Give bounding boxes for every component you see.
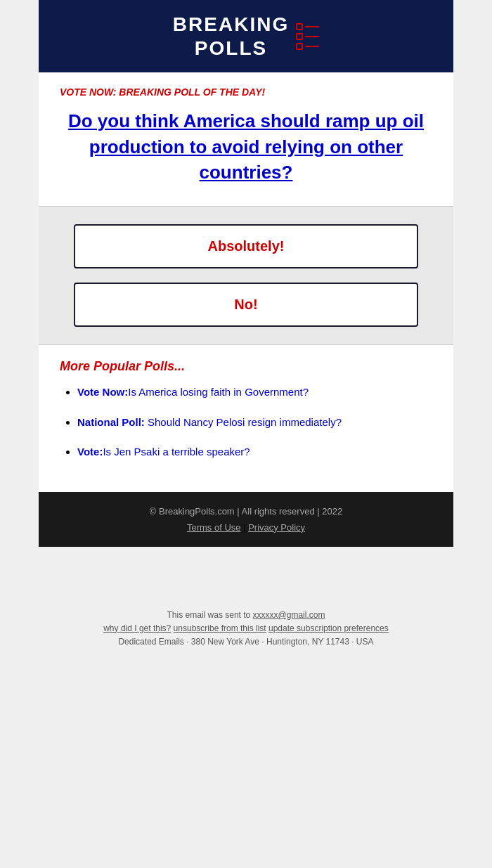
polls-list: Vote Now:Is America losing faith in Gove… bbox=[60, 384, 432, 460]
icon-row-2 bbox=[296, 33, 319, 40]
option2-button[interactable]: No! bbox=[74, 283, 418, 327]
logo-text-line2: POLLS bbox=[173, 37, 289, 60]
poll-link-2-bold[interactable]: National Poll: bbox=[77, 416, 145, 428]
terms-link[interactable]: Terms of Use bbox=[187, 522, 241, 533]
icon-row-1 bbox=[296, 23, 319, 30]
outer-wrapper: BREAKING POLLS bbox=[0, 0, 492, 671]
privacy-link[interactable]: Privacy Policy bbox=[248, 522, 305, 533]
poll-link-3-normal[interactable]: Is Jen Psaki a terrible speaker? bbox=[103, 446, 250, 458]
logo: BREAKING POLLS bbox=[173, 13, 319, 60]
email-container: BREAKING POLLS bbox=[39, 0, 453, 547]
list-item: National Poll: Should Nancy Pelosi resig… bbox=[77, 415, 432, 431]
icon-row-3 bbox=[296, 43, 319, 50]
meta-links-line: why did I get this? unsubscribe from thi… bbox=[14, 623, 478, 633]
sent-to-line: This email was sent to xxxxxx@gmail.com bbox=[14, 610, 478, 620]
footer: © BreakingPolls.com | All rights reserve… bbox=[39, 492, 453, 547]
footer-copyright: © BreakingPolls.com | All rights reserve… bbox=[53, 506, 439, 517]
why-link[interactable]: why did I get this? bbox=[103, 623, 171, 633]
icon-line bbox=[305, 46, 319, 47]
icon-line bbox=[305, 36, 319, 37]
list-item: Vote:Is Jen Psaki a terrible speaker? bbox=[77, 444, 432, 460]
icon-box bbox=[296, 33, 303, 40]
icon-box bbox=[296, 43, 303, 50]
more-polls-section: More Popular Polls... Vote Now:Is Americ… bbox=[39, 344, 453, 492]
footer-spacer bbox=[0, 547, 492, 596]
logo-text: BREAKING POLLS bbox=[173, 13, 289, 60]
icon-line bbox=[305, 26, 319, 27]
unsubscribe-link[interactable]: unsubscribe from this list bbox=[174, 623, 266, 633]
poll-link-2-normal[interactable]: Should Nancy Pelosi resign immediately? bbox=[145, 416, 342, 428]
more-polls-title: More Popular Polls... bbox=[60, 359, 432, 374]
poll-link-1-bold[interactable]: Vote Now: bbox=[77, 386, 128, 398]
logo-icon bbox=[296, 23, 319, 50]
footer-links: Terms of Use | Privacy Policy bbox=[53, 522, 439, 533]
update-prefs-link[interactable]: update subscription preferences bbox=[268, 623, 389, 633]
vote-now-section: VOTE NOW: BREAKING POLL OF THE DAY! Do y… bbox=[39, 72, 453, 206]
poll-link-1-normal[interactable]: Is America losing faith in Government? bbox=[128, 386, 309, 398]
logo-text-line1: BREAKING bbox=[173, 13, 289, 37]
poll-question: Do you think America should ramp up oil … bbox=[60, 108, 432, 199]
sent-to-prefix: This email was sent to bbox=[167, 610, 253, 620]
header: BREAKING POLLS bbox=[39, 0, 453, 72]
vote-label: VOTE NOW: BREAKING POLL OF THE DAY! bbox=[60, 86, 432, 98]
email-link[interactable]: xxxxxx@gmail.com bbox=[253, 610, 325, 620]
vote-label-highlight: BREAKING POLL OF THE DAY! bbox=[119, 86, 265, 98]
email-meta-footer: This email was sent to xxxxxx@gmail.com … bbox=[0, 596, 492, 671]
address-line: Dedicated Emails · 380 New York Ave · Hu… bbox=[14, 637, 478, 647]
buttons-section: Absolutely! No! bbox=[39, 206, 453, 344]
poll-link-3-bold[interactable]: Vote: bbox=[77, 446, 103, 458]
icon-box bbox=[296, 23, 303, 30]
option1-button[interactable]: Absolutely! bbox=[74, 224, 418, 268]
list-item: Vote Now:Is America losing faith in Gove… bbox=[77, 384, 432, 401]
vote-label-prefix: VOTE NOW: bbox=[60, 86, 119, 98]
